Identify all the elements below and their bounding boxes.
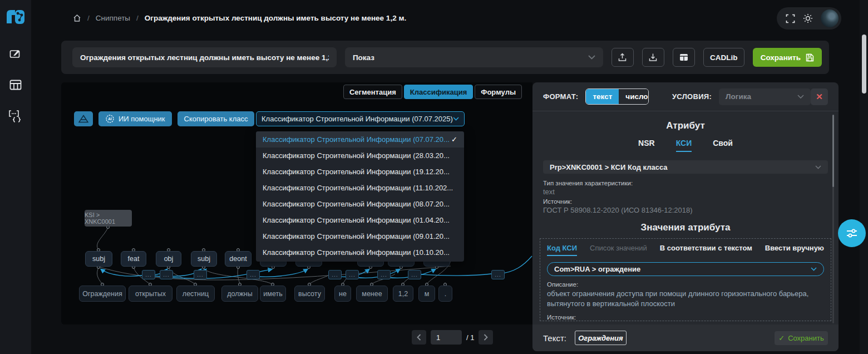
word-node[interactable]: Ограждения <box>79 286 126 302</box>
role-node[interactable]: obj <box>156 251 181 267</box>
role-node[interactable]: subj <box>85 251 112 267</box>
word-node[interactable]: 1,2 <box>393 286 413 302</box>
prev-page-button[interactable] <box>412 330 426 345</box>
format-option-number[interactable]: число <box>619 89 649 104</box>
role-node[interactable]: deont <box>225 251 251 267</box>
hierarchy-button[interactable] <box>74 111 93 126</box>
panel-scrollbar[interactable] <box>832 115 834 323</box>
dropdown-option[interactable]: Классификатор Строительной Информации (0… <box>256 131 464 148</box>
source-value: ГОСТ Р 58908.12-2020 (ИСО 81346-12:2018) <box>543 206 828 214</box>
tab-manual-entry[interactable]: Ввести вручную <box>765 244 824 255</box>
word-node[interactable]: открытых <box>129 286 172 302</box>
value-source-label: Источник: <box>547 314 824 321</box>
close-panel-button[interactable]: ✕ <box>811 88 828 105</box>
export-button[interactable] <box>611 48 634 67</box>
page-number-input[interactable] <box>431 330 462 345</box>
dropdown-option[interactable]: Классификатор Строительной Информации (1… <box>256 180 464 196</box>
save-snippet-button[interactable]: Сохранить <box>753 48 822 67</box>
connector-node[interactable]: ... <box>377 270 391 279</box>
tab-formulas[interactable]: Формулы <box>475 85 522 99</box>
save-label: Сохранить <box>761 53 801 62</box>
dropdown-option[interactable]: Классификатор Строительной Информации (1… <box>256 244 464 260</box>
next-page-button[interactable] <box>479 330 493 345</box>
conditions-select[interactable]: Логика <box>719 88 811 105</box>
word-node[interactable]: иметь <box>260 286 286 302</box>
check-icon: ✓ <box>451 135 457 144</box>
dropdown-option[interactable]: Классификатор Строительной Информации (1… <box>256 164 464 180</box>
attribute-tabs: NSR КСИ Свой <box>532 139 839 152</box>
table-view-button[interactable] <box>673 48 695 67</box>
check-icon: ✓ <box>778 334 785 342</box>
dropdown-option[interactable]: Классификатор Строительной Информации (0… <box>256 196 464 212</box>
values-tabs: Код КСИ Список значений В соответствии с… <box>547 244 824 256</box>
tab-ksi-code[interactable]: Код КСИ <box>547 244 577 256</box>
home-icon[interactable] <box>73 14 81 22</box>
connector-node[interactable]: ... <box>328 270 342 279</box>
description-label: Описание: <box>547 281 824 288</box>
graph-canvas[interactable]: Сегментация Классификация Формулы AI ИИ … <box>61 82 532 324</box>
tab-custom[interactable]: Свой <box>713 139 733 152</box>
tab-nsr[interactable]: NSR <box>638 139 655 152</box>
app-window: / Сниппеты / Ограждения открытых лестниц… <box>0 0 868 354</box>
user-avatar[interactable] <box>821 9 839 27</box>
connector-node[interactable]: ... <box>246 270 260 279</box>
ai-assistant-button[interactable]: AI ИИ помощник <box>98 111 172 126</box>
connector-node[interactable]: ... <box>142 270 155 279</box>
attribute-value: Prp>XNKC0001 > КСИ Код класса <box>550 163 668 171</box>
top-actions <box>777 7 841 30</box>
tab-match-text[interactable]: В соответствии с текстом <box>660 244 752 255</box>
dropdown-option[interactable]: Классификатор Строительной Информации (2… <box>256 148 464 164</box>
connector-node[interactable]: ... <box>408 270 421 279</box>
role-node[interactable]: subj <box>191 251 217 267</box>
tab-value-list[interactable]: Список значений <box>590 244 647 255</box>
connector-node[interactable]: ... <box>491 270 505 279</box>
snippet-text-input[interactable] <box>72 47 337 67</box>
word-node[interactable]: высоту <box>294 286 325 302</box>
chevron-down-icon <box>453 117 459 121</box>
selected-text-input[interactable] <box>575 331 627 345</box>
conditions-label: УСЛОВИЯ: <box>672 92 712 101</box>
filter-settings-fab[interactable] <box>838 219 866 247</box>
tab-classification[interactable]: Классификация <box>404 85 474 99</box>
class-node[interactable]: KSI > XNKC0001 <box>85 210 132 227</box>
connector-node[interactable]: ... <box>194 270 207 279</box>
code-nav-icon[interactable] <box>8 109 23 124</box>
word-node[interactable]: должны <box>221 286 258 302</box>
attribute-select[interactable]: Prp>XNKC0001 > КСИ Код класса <box>543 160 828 174</box>
format-toggle: текст число <box>585 88 648 105</box>
word-node[interactable]: м <box>418 286 435 302</box>
panel-scrollbar-thumb[interactable] <box>832 115 834 187</box>
snippets-nav-icon[interactable] <box>8 47 23 61</box>
tab-ksi[interactable]: КСИ <box>676 139 692 152</box>
save-attribute-button[interactable]: ✓ Сохранить <box>775 331 828 345</box>
classifier-select[interactable]: Классификатор Строительной Информации (0… <box>256 111 465 126</box>
copy-class-button[interactable]: Скопировать класс <box>177 111 255 126</box>
download-icon <box>649 53 657 62</box>
word-node[interactable]: не <box>334 286 351 302</box>
word-node[interactable]: менее <box>356 286 388 302</box>
sliders-icon <box>845 227 859 239</box>
word-node[interactable]: лестниц <box>176 286 215 302</box>
theme-toggle-icon[interactable] <box>803 13 813 23</box>
word-node[interactable]: . <box>438 286 452 302</box>
cadlib-button[interactable]: CADLib <box>703 48 744 67</box>
app-logo-icon[interactable] <box>6 8 26 27</box>
page-scrollbar-thumb[interactable] <box>862 35 866 94</box>
connector-node[interactable]: ... <box>346 270 359 279</box>
table-nav-icon[interactable] <box>8 77 23 92</box>
connector-node[interactable]: ... <box>160 270 173 279</box>
dropdown-option[interactable]: Классификатор Строительной Информации (0… <box>256 228 464 244</box>
tab-segmentation[interactable]: Сегментация <box>343 85 402 99</box>
dropdown-option[interactable]: Классификатор Строительной Информации (0… <box>256 212 464 228</box>
page-scrollbar[interactable] <box>860 0 868 354</box>
show-mode-select[interactable]: Показ <box>345 47 603 67</box>
format-option-text[interactable]: текст <box>586 89 619 104</box>
value-select[interactable]: Com>RUA > ограждение <box>547 262 824 276</box>
sidebar <box>0 0 31 354</box>
breadcrumb-section-link[interactable]: Сниппеты <box>96 14 130 22</box>
fullscreen-icon[interactable] <box>786 14 795 23</box>
ai-assistant-label: ИИ помощник <box>119 115 165 123</box>
import-button[interactable] <box>642 48 664 67</box>
role-node[interactable]: feat <box>121 251 146 267</box>
chevron-down-icon <box>815 165 821 169</box>
